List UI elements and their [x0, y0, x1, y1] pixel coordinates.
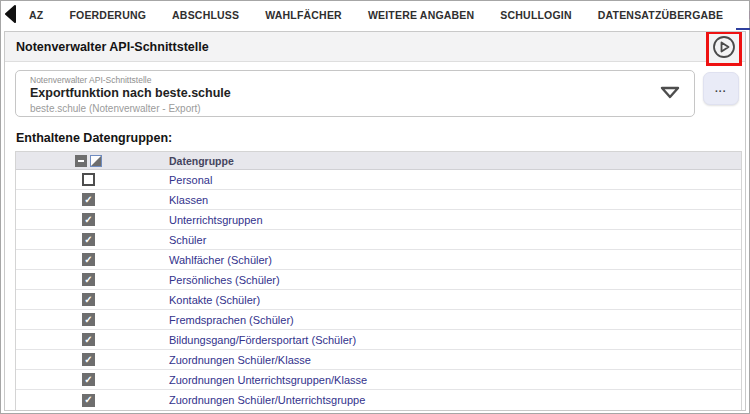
arrow-left-icon — [3, 5, 16, 27]
tab-item[interactable]: FOERDERUNG — [56, 1, 159, 30]
row-label: Bildungsgang/Fördersportart (Schüler) — [161, 334, 741, 346]
section-title: Notenverwalter API-Schnittstelle — [16, 40, 209, 54]
table-row: Wahlfächer (Schüler) — [16, 250, 741, 270]
table-row: Zuordnungen Schüler/Klasse — [16, 350, 741, 370]
tab-item[interactable]: WEITERE ANGABEN — [355, 1, 487, 30]
table-row: Kontakte (Schüler) — [16, 290, 741, 310]
row-checkbox[interactable] — [82, 313, 95, 326]
row-label: Schüler — [161, 234, 741, 246]
datagroups-table: Datengruppe Personal Klassen — [15, 151, 742, 411]
tab-item[interactable]: DATENSATZÜBERGABE — [585, 1, 737, 30]
invert-selection-icon[interactable] — [90, 155, 102, 167]
row-checkbox[interactable] — [82, 173, 95, 186]
column-header-datengruppe: Datengruppe — [161, 155, 741, 167]
interface-selector-row: Notenverwalter API-Schnittstelle Exportf… — [5, 62, 745, 117]
tab-list: AZ FOERDERUNG ABSCHLUSS WAHLFÄCHER WEITE… — [16, 1, 750, 30]
selection-tools-cell — [16, 155, 161, 167]
table-row: Klassen — [16, 190, 741, 210]
chevron-down-icon — [660, 85, 680, 103]
row-label: Zuordnungen Schüler/Unterrichtsgruppe — [161, 394, 741, 406]
tabs-scroll-left-button[interactable] — [3, 5, 16, 27]
table-row: Personal — [16, 170, 741, 190]
api-interface-select[interactable]: Notenverwalter API-Schnittstelle Exportf… — [15, 70, 695, 117]
row-label: Zuordnungen Schüler/Klasse — [161, 354, 741, 366]
table-row: Unterrichtsgruppen — [16, 210, 741, 230]
more-options-button[interactable]: ... — [703, 72, 739, 105]
select-description: beste.schule (Notenverwalter - Export) — [30, 102, 680, 116]
app-window: AZ FOERDERUNG ABSCHLUSS WAHLFÄCHER WEITE… — [0, 0, 750, 414]
content-panel: Notenverwalter API-Schnittstelle Notenve… — [4, 31, 746, 411]
row-label: Fremdsprachen (Schüler) — [161, 314, 741, 326]
row-label: Kontakte (Schüler) — [161, 294, 741, 306]
row-checkbox[interactable] — [82, 373, 95, 386]
deselect-all-icon[interactable] — [75, 155, 87, 167]
table-row: Schüler — [16, 230, 741, 250]
tab-item[interactable]: AZ — [16, 1, 56, 30]
tab-item[interactable]: SCHULLOGIN — [487, 1, 584, 30]
row-checkbox[interactable] — [82, 213, 95, 226]
annotation-highlight — [706, 31, 742, 66]
row-checkbox[interactable] — [82, 273, 95, 286]
row-checkbox[interactable] — [82, 394, 95, 407]
run-export-button[interactable] — [711, 36, 737, 62]
tab-bar: AZ FOERDERUNG ABSCHLUSS WAHLFÄCHER WEITE… — [1, 1, 749, 30]
row-label: Unterrichtsgruppen — [161, 214, 741, 226]
row-label: Wahlfächer (Schüler) — [161, 254, 741, 266]
row-checkbox[interactable] — [82, 333, 95, 346]
row-label: Klassen — [161, 194, 741, 206]
table-row: Persönliches (Schüler) — [16, 270, 741, 290]
section-header: Notenverwalter API-Schnittstelle — [5, 32, 745, 62]
datagroups-heading: Enthaltene Datengruppen: — [5, 117, 745, 151]
row-label: Personal — [161, 174, 741, 186]
row-checkbox[interactable] — [82, 193, 95, 206]
select-value: Exportfunktion nach beste.schule — [30, 86, 680, 101]
select-label: Notenverwalter API-Schnittstelle — [30, 75, 680, 86]
table-row: Zuordnungen Unterrichtsgruppen/Klasse — [16, 370, 741, 390]
table-row: Fremdsprachen (Schüler) — [16, 310, 741, 330]
tab-item[interactable]: ABSCHLUSS — [159, 1, 252, 30]
table-row: Bildungsgang/Fördersportart (Schüler) — [16, 330, 741, 350]
row-checkbox[interactable] — [82, 293, 95, 306]
row-checkbox[interactable] — [82, 353, 95, 366]
datagroups-table-header: Datengruppe — [16, 152, 741, 170]
tab-item[interactable]: WAHLFÄCHER — [252, 1, 355, 30]
tab-item[interactable]: NOTENVERWALTEREXPORT — [736, 1, 750, 30]
row-label: Zuordnungen Unterrichtsgruppen/Klasse — [161, 374, 741, 386]
row-checkbox[interactable] — [82, 253, 95, 266]
row-label: Persönliches (Schüler) — [161, 274, 741, 286]
table-row: Zuordnungen Schüler/Unterrichtsgruppe — [16, 390, 741, 410]
play-circle-icon — [712, 35, 736, 62]
row-checkbox[interactable] — [82, 233, 95, 246]
